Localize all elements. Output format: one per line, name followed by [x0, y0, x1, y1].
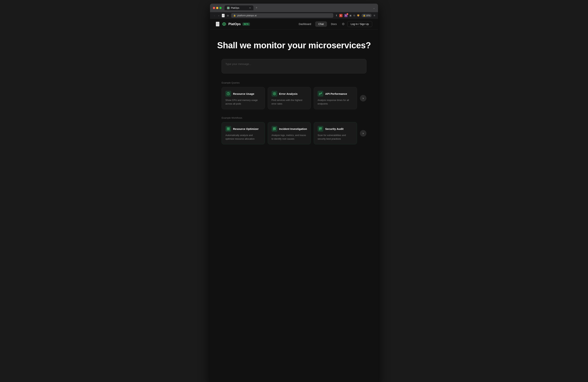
nav-buttons: ‹ › ↺: [213, 14, 225, 17]
dashboard-nav-link[interactable]: Dashboard: [296, 21, 314, 27]
svg-rect-8: [273, 128, 274, 129]
svg-point-14: [321, 129, 321, 129]
beta-badge: BETA: [243, 23, 250, 26]
error-analysis-icon: [272, 91, 277, 96]
api-performance-desc: Analyze response times for all endpoints: [317, 98, 353, 105]
svg-rect-11: [319, 128, 320, 129]
svg-rect-13: [319, 129, 320, 130]
resource-optimizer-title: Resource Optimizer: [233, 127, 259, 130]
svg-rect-10: [273, 129, 274, 130]
lock-icon: 🔒: [233, 14, 236, 17]
incident-investigation-card[interactable]: Incident Investigation Analyze logs, met…: [268, 122, 311, 144]
svg-point-3: [319, 94, 320, 95]
back-button[interactable]: ‹: [213, 14, 216, 17]
incident-investigation-icon: [272, 126, 277, 132]
resource-optimizer-icon: [225, 126, 231, 132]
docs-nav-link[interactable]: Docs: [328, 21, 339, 27]
resource-usage-title: Resource Usage: [233, 92, 254, 95]
minimize-button[interactable]: [216, 7, 218, 9]
resource-usage-card[interactable]: Resource Usage Show CPU and memory usage…: [222, 87, 265, 109]
security-audit-title: Security Audit: [325, 127, 343, 130]
forward-button[interactable]: ›: [217, 14, 220, 17]
workflows-section-label: Example Workflows: [222, 116, 366, 119]
svg-rect-6: [227, 129, 228, 130]
api-performance-icon: [317, 91, 323, 96]
message-input-container: [222, 59, 366, 74]
tab-favicon: [227, 7, 230, 9]
sidebar-toggle-button[interactable]: ▣: [349, 14, 352, 17]
error-analysis-desc: Find services with the highest error rat…: [272, 98, 307, 105]
error-analysis-title: Error Analysis: [279, 92, 298, 95]
tab-bar: PlatOps ✕ + ⌄: [225, 5, 375, 10]
settings-button[interactable]: ⚙: [341, 21, 346, 27]
card-header: API Performance: [317, 91, 353, 96]
workflows-scroll-right[interactable]: ›: [360, 130, 366, 136]
incident-investigation-desc: Analyze logs, metrics, and traces to ide…: [272, 134, 307, 141]
hero-title: Shall we monitor your microservices?: [217, 40, 371, 50]
workflows-cards-row: Resource Optimizer Automatically analyze…: [222, 122, 366, 144]
brave-extension-icon[interactable]: B: [339, 14, 342, 17]
svg-rect-9: [275, 128, 276, 129]
logo-text: PlatOps: [229, 22, 241, 26]
error-analysis-card[interactable]: Error Analysis Find services with the hi…: [268, 87, 311, 109]
queries-section-label: Example Queries: [222, 81, 366, 84]
api-performance-title: API Performance: [325, 92, 347, 95]
app-nav: ☰ PlatOps BETA Dashboard Chat Docs ⚙ Log…: [210, 19, 378, 29]
queries-cards-row: Resource Usage Show CPU and memory usage…: [222, 87, 366, 109]
resource-optimizer-card[interactable]: Resource Optimizer Automatically analyze…: [222, 122, 265, 144]
svg-rect-7: [229, 129, 230, 130]
hamburger-button[interactable]: ☰: [216, 22, 219, 26]
message-input[interactable]: [222, 59, 366, 74]
vpn-label: VPN: [366, 15, 370, 17]
security-audit-icon: [317, 126, 323, 132]
active-tab[interactable]: PlatOps ✕: [225, 5, 253, 10]
main-content: Shall we monitor your microservices? Exa…: [210, 29, 378, 382]
resource-optimizer-desc: Automatically analyze and optimize resou…: [225, 134, 261, 141]
card-header: Security Audit: [317, 126, 353, 132]
card-header: Error Analysis: [272, 91, 307, 96]
bookmark-button[interactable]: ⊕: [227, 14, 229, 17]
browser-actions: ⬆ B N 3 ▣ ⧉ 🦁 🔒 VPN ≡: [336, 14, 375, 17]
new-tab-button[interactable]: +: [254, 6, 259, 10]
card-header: Resource Optimizer: [225, 126, 261, 132]
svg-rect-4: [227, 128, 228, 129]
address-bar: ‹ › ↺ ⊕ 🔒 platform.platops.ai ⬆ B N 3 ▣ …: [210, 12, 378, 19]
queries-scroll-right[interactable]: ›: [360, 95, 366, 101]
brave-icon[interactable]: 🦁: [357, 14, 360, 17]
extensions-button[interactable]: ⧉: [353, 14, 355, 17]
nav-logo: PlatOps BETA: [222, 21, 250, 27]
resource-usage-desc: Show CPU and memory usage across all pod…: [225, 98, 261, 105]
queries-section: Example Queries Resou: [222, 81, 366, 109]
resource-usage-icon: [225, 91, 231, 96]
card-header: Incident Investigation: [272, 126, 307, 132]
nav-links: Dashboard Chat Docs ⚙ Log In / Sign Up: [296, 21, 372, 27]
reload-button[interactable]: ↺: [222, 14, 225, 17]
api-performance-card[interactable]: API Performance Analyze response times f…: [314, 87, 357, 109]
notification-extension-icon[interactable]: N 3: [344, 14, 348, 17]
logo-icon: [222, 21, 227, 27]
menu-button[interactable]: ≡: [374, 14, 375, 17]
security-audit-desc: Scan for vulnerabilities and security be…: [317, 134, 353, 141]
tab-list-button[interactable]: ⌄: [373, 6, 375, 9]
card-header: Resource Usage: [225, 91, 261, 96]
tab-close-icon[interactable]: ✕: [249, 7, 251, 9]
svg-rect-5: [229, 128, 230, 129]
svg-point-2: [321, 93, 322, 93]
vpn-icon: 🔒: [363, 14, 365, 17]
chat-nav-button[interactable]: Chat: [315, 21, 327, 27]
workflows-section: Example Workflows: [222, 116, 366, 144]
app-container: ☰ PlatOps BETA Dashboard Chat Docs ⚙ Log…: [210, 19, 378, 382]
url-text: platform.platops.ai: [237, 14, 256, 17]
traffic-lights: [213, 7, 222, 9]
share-button[interactable]: ⬆: [336, 14, 337, 17]
url-field[interactable]: 🔒 platform.platops.ai: [231, 13, 333, 18]
tab-title: PlatOps: [231, 6, 239, 9]
incident-investigation-title: Incident Investigation: [279, 127, 307, 130]
login-button[interactable]: Log In / Sign Up: [347, 21, 372, 27]
close-button[interactable]: [213, 7, 215, 9]
svg-rect-12: [321, 128, 322, 129]
vpn-badge[interactable]: 🔒 VPN: [361, 14, 372, 17]
maximize-button[interactable]: [219, 7, 222, 9]
security-audit-card[interactable]: Security Audit Scan for vulnerabilities …: [314, 122, 357, 144]
